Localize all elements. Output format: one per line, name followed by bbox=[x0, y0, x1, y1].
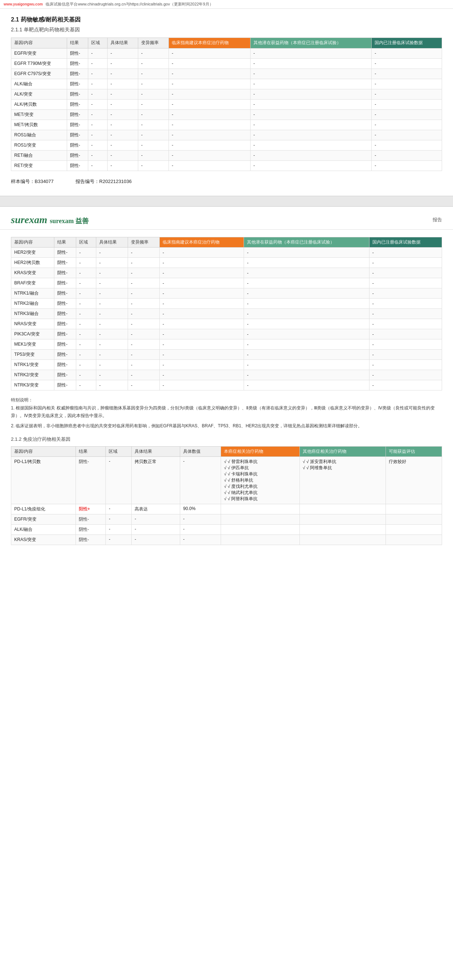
cell-gene: RET/融合 bbox=[11, 150, 67, 161]
report-number: 报告编号：R20221231036 bbox=[75, 178, 132, 185]
list-item: √ 度伐利尤单抗 bbox=[224, 484, 297, 490]
cell-specific: 拷贝数正常 bbox=[132, 457, 180, 504]
cell-value: - bbox=[180, 525, 221, 535]
surexam-report-label: 报告 bbox=[432, 216, 442, 223]
cell-freq: - bbox=[128, 299, 160, 309]
cell-value: 90.0% bbox=[180, 504, 221, 514]
cell-specific: - bbox=[96, 258, 128, 268]
col-other-2: 其他潜在获益药物（本癌症已注册临床试验） bbox=[244, 237, 370, 248]
cell-specific: - bbox=[107, 58, 138, 68]
table-row: KRAS/突变 阴性- - - - - - - bbox=[11, 268, 442, 278]
cell-domestic: - bbox=[372, 140, 442, 150]
cell-specific: - bbox=[132, 514, 180, 525]
table-row: NRAS/突变 阴性- - - - - - - bbox=[11, 319, 442, 329]
cell-specific: - bbox=[132, 525, 180, 535]
page-divider bbox=[0, 196, 453, 207]
cell-value: - bbox=[180, 457, 221, 504]
cell-gene: EGFR/突变 bbox=[11, 48, 67, 58]
cell-specific: - bbox=[107, 110, 138, 119]
section-211-subtitle: 2.1.1 单靶点靶向药物相关基因 bbox=[11, 27, 442, 33]
col-region-2: 区域 bbox=[76, 237, 96, 248]
cell-result: 阴性- bbox=[67, 99, 88, 110]
cell-gene: NTRK2/突变 bbox=[11, 370, 54, 380]
list-item: √ 阿维鲁单抗 bbox=[303, 465, 383, 471]
cell-clinical: - bbox=[160, 248, 244, 258]
cell-domestic: - bbox=[372, 89, 442, 99]
cell-specific: - bbox=[107, 140, 138, 150]
immune-col-result: 结果 bbox=[75, 446, 106, 457]
cell-other: - bbox=[244, 329, 370, 339]
immune-col-efficacy: 可能获益评估 bbox=[386, 446, 442, 457]
cell-gene: NTRK3/突变 bbox=[11, 380, 54, 390]
cell-result: 阴性- bbox=[67, 150, 88, 161]
cell-clinical: - bbox=[160, 329, 244, 339]
cell-freq: - bbox=[128, 268, 160, 278]
cell-clinical: - bbox=[169, 48, 250, 58]
cell-efficacy bbox=[386, 514, 442, 525]
cell-freq: - bbox=[138, 89, 169, 99]
cell-result: 阴性- bbox=[67, 89, 88, 99]
cell-specific: - bbox=[107, 150, 138, 161]
cell-specific: - bbox=[96, 329, 128, 339]
cell-clinical: - bbox=[169, 58, 250, 68]
cell-region: - bbox=[106, 457, 132, 504]
cell-gene: PD-L1/拷贝数 bbox=[11, 457, 76, 504]
immune-col-cancer-drug: 本癌症相关治疗药物 bbox=[221, 446, 300, 457]
cell-domestic: - bbox=[369, 258, 442, 268]
gene-table-1: 基因/内容 结果 区域 具体结果 变异频率 临床指南建议本癌症治疗药物 其他潜在… bbox=[11, 38, 442, 171]
list-item: √ 伊匹单抗 bbox=[224, 465, 297, 471]
table-row: TP53/突变 阴性- - - - - - - bbox=[11, 350, 442, 360]
cell-clinical: - bbox=[169, 140, 250, 150]
cell-region: - bbox=[76, 288, 96, 299]
cell-result: 阴性- bbox=[75, 525, 106, 535]
col-other: 其他潜在获益药物（本癌症已注册临床试验） bbox=[250, 38, 371, 48]
cell-result: 阴性- bbox=[54, 350, 76, 360]
cell-region: - bbox=[76, 258, 96, 268]
cell-cancer-drug bbox=[221, 514, 300, 525]
col-clinical-2: 临床指南建议本癌症治疗药物 bbox=[160, 237, 244, 248]
cell-region: - bbox=[88, 130, 107, 140]
table-row: NTRK1/突变 阴性- - - - - - - bbox=[11, 360, 442, 370]
table-row: ROS1/突变 阴性- - - - - - - bbox=[11, 140, 442, 150]
cell-specific: - bbox=[132, 535, 180, 545]
cell-gene: MEK1/突变 bbox=[11, 339, 54, 350]
cell-domestic: - bbox=[369, 248, 442, 258]
cell-result: 阴性- bbox=[54, 278, 76, 288]
cell-freq: - bbox=[128, 309, 160, 319]
cell-specific: - bbox=[107, 48, 138, 58]
cell-freq: - bbox=[138, 140, 169, 150]
list-item: √ 派安普利单抗 bbox=[303, 459, 383, 465]
cell-result: 阴性- bbox=[54, 248, 76, 258]
cell-region: - bbox=[106, 504, 132, 514]
table-row: EGFR/突变 阴性- - - - bbox=[11, 514, 442, 525]
cell-freq: - bbox=[128, 360, 160, 370]
cell-cancer-drug bbox=[221, 525, 300, 535]
table-row: ALK/融合 阴性- - - - bbox=[11, 525, 442, 535]
cell-value: - bbox=[180, 535, 221, 545]
cell-domestic: - bbox=[369, 329, 442, 339]
cell-gene: HER2/拷贝数 bbox=[11, 258, 54, 268]
cell-result: 阴性- bbox=[75, 535, 106, 545]
cell-region: - bbox=[76, 268, 96, 278]
cell-domestic: - bbox=[372, 130, 442, 140]
cell-result: 阴性- bbox=[54, 360, 76, 370]
cell-clinical: - bbox=[160, 380, 244, 390]
cell-freq: - bbox=[138, 58, 169, 68]
cell-clinical: - bbox=[169, 79, 250, 89]
cell-other: - bbox=[244, 258, 370, 268]
cell-gene: KRAS/突变 bbox=[11, 535, 76, 545]
col-gene: 基因/内容 bbox=[11, 38, 67, 48]
cell-result: 阳性+ bbox=[75, 504, 106, 514]
list-item: √ 卡瑞利珠单抗 bbox=[224, 471, 297, 477]
cell-gene: EGFR T790M/突变 bbox=[11, 58, 67, 68]
cell-domestic: - bbox=[372, 79, 442, 89]
cell-other: - bbox=[244, 360, 370, 370]
cell-region: - bbox=[88, 161, 107, 170]
cell-cancer-drug bbox=[221, 504, 300, 514]
table-row: PD-L1/拷贝数 阴性- - 拷贝数正常 - √ 替雷利珠单抗√ 伊匹单抗√ … bbox=[11, 457, 442, 504]
cell-gene: EGFR/突变 bbox=[11, 514, 76, 525]
cell-specific: - bbox=[107, 161, 138, 170]
cell-other: - bbox=[244, 268, 370, 278]
cell-efficacy: 疗效较好 bbox=[386, 457, 442, 504]
cell-gene: ROS1/融合 bbox=[11, 130, 67, 140]
